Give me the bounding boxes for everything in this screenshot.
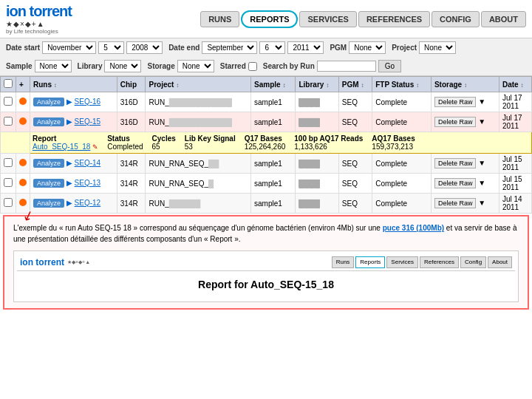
popup-report-label: Report	[33, 134, 56, 143]
sample-sort[interactable]: ↕	[282, 82, 285, 89]
row-dot	[16, 174, 30, 194]
logo-area: ion torrent ★◆×◆+▲ by Life technologies	[6, 3, 72, 35]
popup-content: Report Auto_SEQ-15_18 ✎ Status Completed…	[30, 132, 532, 154]
date-start-month[interactable]: November	[42, 41, 96, 54]
go-button[interactable]: Go	[378, 60, 401, 72]
play-icon[interactable]: ▶	[66, 159, 72, 167]
table-row: Analyze ▶ SEQ-12 314R RUN_██████ sample1…	[1, 194, 532, 214]
run-link[interactable]: SEQ-15	[75, 117, 101, 126]
status-dot	[19, 159, 27, 166]
select-all-checkbox[interactable]	[4, 79, 13, 88]
tab-reports[interactable]: Reports	[241, 10, 298, 28]
run-link[interactable]: SEQ-16	[75, 98, 101, 106]
run-link[interactable]: SEQ-13	[75, 179, 101, 187]
play-icon[interactable]: ▶	[66, 98, 72, 106]
analyze-button[interactable]: Analyze	[33, 199, 64, 208]
starred-label: Starred	[220, 62, 246, 70]
search-input[interactable]	[317, 61, 376, 72]
mini-tab-config[interactable]: Config	[460, 256, 486, 268]
logo-sub: by Life technologies	[6, 28, 72, 35]
sample-label: Sample	[6, 62, 33, 70]
play-icon[interactable]: ▶	[66, 117, 72, 126]
delete-raw-button[interactable]: Delete Raw	[434, 97, 477, 107]
library-select[interactable]: None	[104, 60, 141, 72]
dropdown-arrow[interactable]: ▼	[478, 98, 485, 106]
popup-libkey-val: 53	[185, 143, 193, 151]
ftp-sort[interactable]: ↕	[416, 82, 419, 89]
row-ftp-status: Complete	[372, 92, 432, 112]
project-label: Project	[392, 44, 417, 52]
analyze-button[interactable]: Analyze	[33, 159, 64, 168]
analyze-button[interactable]: Analyze	[33, 98, 64, 106]
row-ftp-status: Complete	[372, 154, 432, 174]
dropdown-arrow[interactable]: ▼	[478, 199, 485, 207]
mini-tab-services[interactable]: Services	[386, 256, 418, 268]
runs-sort[interactable]: ↕	[54, 82, 57, 89]
analyze-button[interactable]: Analyze	[33, 117, 64, 126]
row-date: Jul 172011	[499, 92, 531, 112]
dropdown-arrow[interactable]: ▼	[478, 117, 485, 126]
date-end-group: Date end September 6 2011	[168, 41, 324, 54]
row-date: Jul 172011	[499, 112, 531, 132]
delete-raw-button[interactable]: Delete Raw	[434, 178, 477, 188]
row-project: RUN_██████	[146, 194, 251, 214]
pgm-select[interactable]: None	[349, 41, 386, 54]
delete-raw-button[interactable]: Delete Raw	[434, 117, 477, 127]
mini-tab-reports[interactable]: Reports	[355, 256, 385, 268]
delete-raw-button[interactable]: Delete Raw	[434, 198, 477, 208]
storage-select[interactable]: None	[177, 60, 214, 72]
row-project: RUN_████████████	[146, 112, 251, 132]
popup-edit-icon[interactable]: ✎	[92, 143, 98, 151]
popup-aq17-label: AQ17 Bases	[372, 134, 415, 143]
date-start-day[interactable]: 5	[98, 41, 124, 54]
tab-services[interactable]: Services	[299, 11, 356, 27]
storage-sort[interactable]: ↕	[464, 82, 467, 89]
run-link[interactable]: SEQ-14	[75, 159, 101, 167]
tab-references[interactable]: References	[358, 11, 430, 27]
runs-table: + Runs ↕ Chip Project ↕ Sample ↕ Library…	[0, 76, 532, 214]
popup-report-link[interactable]: Auto_SEQ-15_18	[33, 143, 90, 151]
mini-tab-runs[interactable]: Runs	[332, 256, 355, 268]
sample-group: Sample None	[6, 60, 72, 72]
row-checkbox	[1, 174, 16, 194]
row-pgm: SEQ	[338, 112, 372, 132]
project-select[interactable]: None	[419, 41, 456, 54]
tab-runs[interactable]: Runs	[200, 11, 239, 27]
row-pgm: SEQ	[338, 174, 372, 194]
annotation-link[interactable]: puce 316 (100Mb)	[383, 224, 444, 232]
date-sort[interactable]: ↕	[520, 82, 523, 89]
library-sort[interactable]: ↕	[326, 82, 329, 89]
table-header-row: + Runs ↕ Chip Project ↕ Sample ↕ Library…	[1, 77, 532, 92]
row-sample: sample1	[251, 174, 296, 194]
status-dot	[19, 98, 27, 105]
play-icon[interactable]: ▶	[66, 199, 72, 207]
dropdown-arrow[interactable]: ▼	[478, 159, 485, 167]
pgm-sort[interactable]: ↕	[361, 82, 364, 89]
popup-reads-val: 1,133,626	[294, 143, 327, 151]
dropdown-arrow[interactable]: ▼	[478, 179, 485, 187]
library-group: Library None	[78, 60, 142, 72]
date-end-year[interactable]: 2011	[287, 41, 324, 54]
delete-raw-button[interactable]: Delete Raw	[434, 158, 477, 168]
mini-tab-about[interactable]: About	[488, 256, 512, 268]
project-sort[interactable]: ↕	[176, 82, 179, 89]
tab-about[interactable]: About	[481, 11, 526, 27]
date-start-year[interactable]: 2008	[126, 41, 163, 54]
play-icon[interactable]: ▶	[66, 179, 72, 187]
run-link[interactable]: SEQ-12	[75, 199, 101, 207]
col-chip: Chip	[117, 77, 146, 92]
mini-tab-references[interactable]: References	[420, 256, 459, 268]
analyze-button[interactable]: Analyze	[33, 179, 64, 188]
tab-config[interactable]: Config	[432, 11, 480, 27]
starred-checkbox[interactable]	[248, 62, 257, 71]
row-dot	[16, 154, 30, 174]
date-end-month[interactable]: September	[202, 41, 257, 54]
row-runs: Analyze ▶ SEQ-13	[30, 174, 117, 194]
search-label: Search by Run	[263, 62, 315, 70]
row-date: Jul 152011	[499, 154, 531, 174]
date-end-day[interactable]: 6	[259, 41, 285, 54]
row-date: Jul 152011	[499, 174, 531, 194]
sample-select[interactable]: None	[35, 60, 72, 72]
row-ftp-status: Complete	[372, 194, 432, 214]
row-storage: Delete Raw ▼	[431, 154, 499, 174]
